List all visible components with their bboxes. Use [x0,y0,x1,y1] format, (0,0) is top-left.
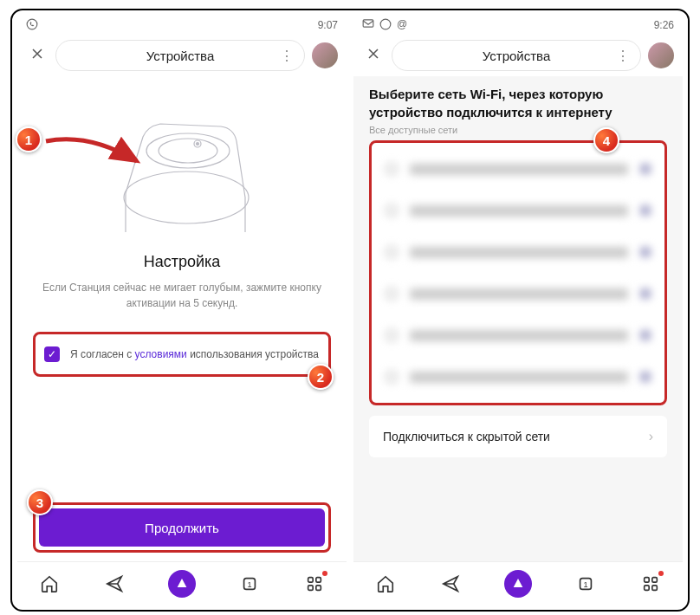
svg-rect-10 [308,585,313,590]
svg-rect-19 [651,585,657,590]
tabs-icon[interactable]: 1 [238,573,261,595]
wifi-network-item[interactable] [372,273,664,314]
send-icon[interactable] [439,573,462,595]
wifi-network-item[interactable] [372,231,664,273]
wifi-network-item[interactable] [372,314,664,356]
home-icon[interactable] [38,573,61,595]
svg-rect-18 [644,585,649,590]
tabs-icon[interactable]: 1 [574,573,597,595]
svg-point-5 [197,143,199,146]
alice-icon[interactable] [168,570,196,598]
wifi-network-item[interactable] [372,190,664,231]
terms-link[interactable]: условиями [135,348,187,360]
callout-badge-4: 4 [593,127,619,153]
wifi-prompt-subtitle: Все доступные сети [369,125,667,135]
callout-badge-1: 1 [16,126,42,152]
chevron-right-icon: › [649,429,653,444]
continue-highlight: 3 Продолжить [33,502,331,553]
whatsapp-icon [379,18,392,33]
status-bar: 9:07 [17,16,347,35]
more-icon[interactable]: ⋮ [616,48,630,64]
callout-badge-2: 2 [308,364,334,390]
header-title: Устройства [483,49,550,63]
setup-subtitle: Если Станция сейчас не мигает голубым, з… [33,280,331,311]
terms-row[interactable]: ✓ Я согласен с условиями использования у… [33,332,331,377]
avatar[interactable] [648,42,674,68]
setup-title: Настройка [33,253,331,271]
svg-text:1: 1 [247,579,251,588]
connect-hidden-network[interactable]: Подключиться к скрытой сети › [369,416,667,457]
terms-text: Я согласен с условиями использования уст… [70,348,319,360]
mail-icon [362,18,374,33]
phone-screen-wifi: @ 9:26 Устройства ⋮ Выберите сеть Wi-Fi,… [353,16,683,605]
header: Устройства ⋮ [17,35,347,76]
status-bar: @ 9:26 [353,16,683,35]
svg-point-0 [27,19,37,29]
hidden-network-label: Подключиться к скрытой сети [383,430,550,443]
status-time: 9:07 [318,19,338,31]
wifi-network-list: 4 [369,140,667,405]
wifi-network-item[interactable] [372,148,664,190]
svg-rect-9 [315,577,321,582]
at-icon: @ [397,18,407,33]
svg-point-13 [380,19,391,29]
svg-rect-11 [315,585,321,590]
send-icon[interactable] [103,573,126,595]
header-title: Устройства [146,49,214,63]
svg-rect-12 [363,19,373,26]
tutorial-composite: 9:07 Устройства ⋮ 1 [10,9,690,612]
header-pill[interactable]: Устройства ⋮ [392,40,641,71]
callout-badge-3: 3 [27,489,53,515]
header: Устройства ⋮ [353,35,683,76]
header-pill[interactable]: Устройства ⋮ [55,40,305,71]
bottom-nav: 1 [353,561,683,605]
whatsapp-icon [26,18,38,33]
wifi-prompt-title: Выберите сеть Wi-Fi, через которую устро… [369,85,667,121]
svg-rect-16 [644,577,649,582]
phone-screen-setup: 9:07 Устройства ⋮ 1 [17,16,347,605]
alice-icon[interactable] [504,570,532,598]
services-icon[interactable] [639,573,662,595]
services-icon[interactable] [303,573,326,595]
callout-arrow [42,128,146,180]
svg-text:1: 1 [583,579,587,588]
more-icon[interactable]: ⋮ [280,48,294,64]
svg-rect-17 [651,577,657,582]
home-icon[interactable] [374,573,397,595]
wifi-network-item[interactable] [372,356,664,398]
close-button[interactable] [362,47,385,65]
close-button[interactable] [26,47,49,65]
avatar[interactable] [312,42,338,68]
terms-checkbox[interactable]: ✓ [44,346,60,362]
status-time: 9:26 [654,19,674,31]
svg-point-3 [159,139,217,163]
svg-rect-8 [308,577,313,582]
continue-button[interactable]: Продолжить [39,508,325,547]
bottom-nav: 1 [17,561,347,605]
